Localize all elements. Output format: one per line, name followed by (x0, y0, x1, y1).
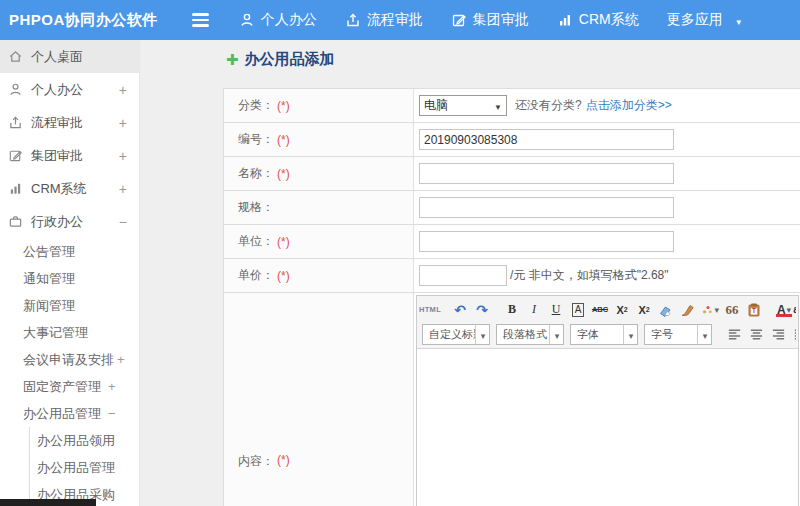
unit-input[interactable] (419, 231, 674, 252)
sidebar-item-announcement-mgmt[interactable]: 公告管理 (0, 238, 139, 265)
format-brush-icon[interactable] (678, 300, 698, 320)
sidebar-item-crm-system[interactable]: CRM系统 + (0, 172, 139, 205)
hamburger-menu-icon[interactable] (192, 13, 209, 27)
code-input[interactable] (419, 129, 674, 150)
quick-format-icon[interactable] (700, 300, 720, 320)
sidebar-item-personal-desktop[interactable]: 个人桌面 (0, 40, 139, 73)
custom-heading-dropdown[interactable]: 自定义标题 (422, 324, 490, 345)
required-mark: (*) (277, 133, 290, 147)
chevron-down-icon (480, 328, 486, 342)
font-box-button[interactable]: A (568, 300, 588, 320)
blockquote-button[interactable]: 66 (722, 300, 742, 320)
paste-plain-text-icon[interactable]: T (744, 300, 764, 320)
undo-button[interactable]: ↶ (450, 300, 470, 320)
sidebar-item-meeting-mgmt[interactable]: 会议申请及安排 + (0, 346, 139, 373)
underline-button[interactable]: U (546, 300, 566, 320)
sidebar-item-group-approval[interactable]: 集团审批 + (0, 139, 139, 172)
chevron-down-icon (494, 99, 502, 113)
font-family-dropdown[interactable]: 字体 (570, 324, 638, 345)
required-mark: (*) (277, 99, 290, 113)
required-mark: (*) (277, 167, 290, 181)
italic-button[interactable]: I (524, 300, 544, 320)
chevron-down-icon (554, 328, 560, 342)
eraser-icon[interactable] (656, 300, 676, 320)
category-label: 分类： (238, 97, 274, 114)
expand-plus[interactable]: + (119, 148, 127, 164)
sidebar: 个人桌面 个人办公 + 流程审批 + 集团审批 + (0, 40, 140, 506)
share-icon (345, 12, 361, 28)
content-label: 内容： (238, 453, 274, 470)
subscript-button[interactable]: X2 (634, 300, 654, 320)
editor-toolbar: HTML ↶ ↷ B I U A ABC X2 X2 (417, 296, 798, 349)
form-row-category: 分类： (*) 电脑 还没有分类? 点击添加分类>> (224, 89, 800, 123)
sidebar-item-supplies-claim[interactable]: 办公用品领用 (30, 427, 139, 454)
bar-chart-icon (8, 181, 23, 196)
sidebar-item-notice-mgmt[interactable]: 通知管理 (0, 265, 139, 292)
sidebar-item-admin-office[interactable]: 行政办公 − (0, 205, 139, 238)
add-category-link[interactable]: 点击添加分类>> (586, 97, 672, 114)
bold-button[interactable]: B (502, 300, 522, 320)
required-mark: (*) (277, 269, 290, 283)
strikethrough-button[interactable]: ABC (590, 300, 610, 320)
sidebar-item-memorabilia-mgmt[interactable]: 大事记管理 (0, 319, 139, 346)
sidebar-item-supplies-manage[interactable]: 办公用品管理 (30, 454, 139, 481)
name-input[interactable] (419, 163, 674, 184)
unit-label: 单位： (238, 233, 274, 250)
topnav-process-approval[interactable]: 流程审批 (345, 11, 423, 29)
add-supplies-form: 分类： (*) 电脑 还没有分类? 点击添加分类>> 编号： (*) (223, 88, 800, 506)
required-mark: (*) (277, 235, 290, 249)
expand-plus[interactable]: + (119, 115, 127, 131)
topbar: PHPOA协同办公软件 个人办公 流程审批 集团审批 (0, 0, 800, 40)
sidebar-item-news-mgmt[interactable]: 新闻管理 (0, 292, 139, 319)
edit-icon (8, 148, 23, 163)
sidebar-item-fixed-assets-mgmt[interactable]: 固定资产管理 + (0, 373, 139, 400)
redo-button[interactable]: ↷ (472, 300, 492, 320)
no-category-hint: 还没有分类? (515, 97, 582, 114)
required-mark: (*) (277, 453, 290, 467)
form-row-spec: 规格： (224, 191, 800, 225)
superscript-button[interactable]: X2 (612, 300, 632, 320)
html-source-button[interactable]: HTML (420, 300, 440, 320)
top-navigation: 个人办公 流程审批 集团审批 CRM系统 更多应用 (239, 11, 743, 29)
editor-toolbar-row-2: 自定义标题 段落格式 字体 (419, 322, 796, 347)
home-icon (8, 49, 23, 64)
form-row-price: 单价： (*) /元 非中文，如填写格式"2.68" (224, 259, 800, 293)
code-label: 编号： (238, 131, 274, 148)
chevron-down-icon (735, 12, 743, 28)
topnav-personal-office[interactable]: 个人办公 (239, 11, 317, 29)
sidebar-subgroup-office-supplies: 办公用品领用 办公用品管理 办公用品采购 (29, 427, 139, 506)
sidebar-item-office-supplies-mgmt[interactable]: 办公用品管理 − (0, 400, 139, 427)
expand-plus[interactable]: + (108, 379, 116, 394)
expand-plus[interactable]: + (119, 82, 127, 98)
app-logo: PHPOA协同办公软件 (0, 11, 158, 30)
expand-plus[interactable]: + (117, 352, 125, 367)
form-row-name: 名称： (*) (224, 157, 800, 191)
paragraph-format-dropdown[interactable]: 段落格式 (496, 324, 564, 345)
expand-plus[interactable]: + (119, 181, 127, 197)
price-input[interactable] (419, 265, 507, 286)
collapse-minus[interactable]: − (108, 406, 116, 421)
topnav-more-apps[interactable]: 更多应用 (667, 11, 743, 29)
chevron-down-icon (702, 328, 708, 342)
person-icon (8, 82, 23, 97)
editor-content-area[interactable] (417, 349, 798, 506)
font-color-button[interactable]: A (774, 300, 794, 320)
spec-label: 规格： (238, 199, 274, 216)
plus-icon: ✚ (226, 51, 239, 69)
align-right-icon[interactable] (768, 325, 788, 345)
topnav-crm-system[interactable]: CRM系统 (557, 11, 639, 29)
align-justify-icon[interactable] (790, 325, 796, 345)
category-select[interactable]: 电脑 (419, 95, 507, 116)
spec-input[interactable] (419, 197, 674, 218)
align-left-icon[interactable] (724, 325, 744, 345)
topnav-group-approval[interactable]: 集团审批 (451, 11, 529, 29)
collapse-minus[interactable]: − (119, 214, 127, 230)
sidebar-item-personal-office[interactable]: 个人办公 + (0, 73, 139, 106)
form-row-content: 内容： (*) HTML ↶ ↷ B I (224, 293, 800, 506)
page-title: ✚ 办公用品添加 (226, 50, 335, 69)
align-center-icon[interactable] (746, 325, 766, 345)
sidebar-item-process-approval[interactable]: 流程审批 + (0, 106, 139, 139)
price-label: 单价： (238, 267, 274, 284)
font-size-dropdown[interactable]: 字号 (644, 324, 712, 345)
price-format-hint: /元 非中文，如填写格式"2.68" (510, 267, 669, 284)
